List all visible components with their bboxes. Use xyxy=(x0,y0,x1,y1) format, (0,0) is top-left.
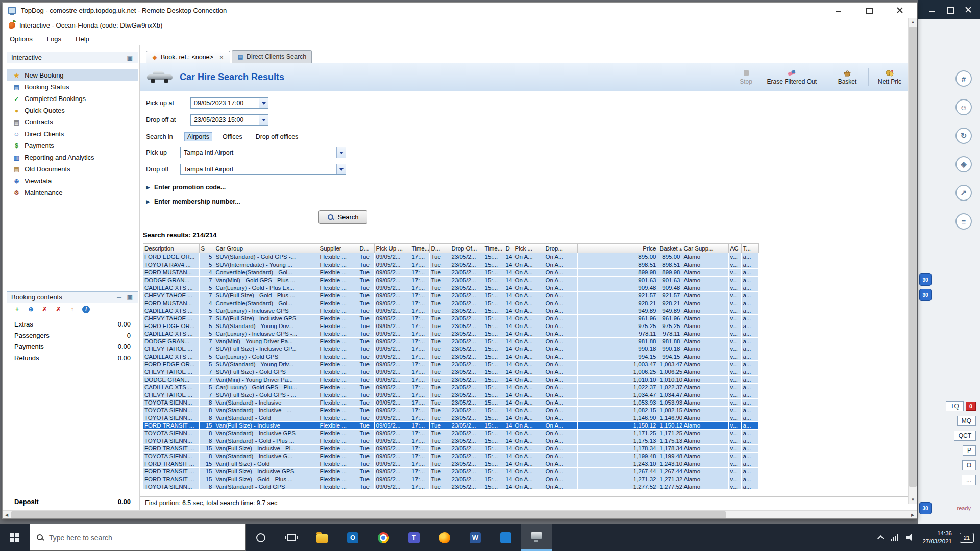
sidebar-item-quick-quotes[interactable]: ●Quick Quotes xyxy=(7,105,138,116)
queue-button-p[interactable]: P xyxy=(963,445,976,456)
result-row[interactable]: DODGE GRAN...7Van(Mini) - Young Driver P… xyxy=(143,337,758,345)
result-row[interactable]: FORD TRANSIT ...15Van(Full Size) - Inclu… xyxy=(143,421,758,429)
cortana-button[interactable] xyxy=(246,524,276,551)
scroll-up-icon[interactable]: ▲ xyxy=(909,18,917,26)
pickup-at-select[interactable]: 09/05/2023 17:00 xyxy=(190,97,268,109)
search-in-offices[interactable]: Offices xyxy=(219,132,246,141)
tag-icon[interactable]: ◈ xyxy=(955,156,972,172)
sidebar-item-reporting-and-analytics[interactable]: ▥Reporting and Analytics xyxy=(7,152,138,163)
sidebar-item-payments[interactable]: $Payments xyxy=(7,140,138,152)
restore-panel-icon[interactable]: ▣ xyxy=(126,293,134,301)
result-row[interactable]: TOYOTA SIENN...8Van(Standard) - Inclusiv… xyxy=(143,406,758,414)
column-header-drop-location[interactable]: Drop... xyxy=(544,244,577,253)
column-header-pick-day[interactable]: D... xyxy=(358,244,374,253)
calendar-badge[interactable]: 30 xyxy=(919,289,932,301)
taskbar-app-chrome[interactable] xyxy=(368,524,399,551)
result-row[interactable]: CADILLAC XTS ...5Car(Luxury) - Inclusive… xyxy=(143,330,758,337)
result-row[interactable]: FORD TRANSIT ...15Van(Full Size) - Inclu… xyxy=(143,467,758,475)
start-button[interactable] xyxy=(0,524,30,551)
result-row[interactable]: TOYOTA SIENN...8Van(Standard) - Inclusiv… xyxy=(143,452,758,460)
vertical-scrollbar[interactable]: ▲ ▼ xyxy=(908,18,917,504)
result-row[interactable]: DODGE GRAN...7Van(Mini) - Gold GPS - Plu… xyxy=(143,276,758,284)
menu-logs[interactable]: Logs xyxy=(47,35,61,43)
result-row[interactable]: FORD TRANSIT ...15Van(Full Size) - GoldF… xyxy=(143,460,758,467)
search-in-dropoff-offices[interactable]: Drop off offices xyxy=(253,132,302,141)
close-tab-icon[interactable]: ✕ xyxy=(218,54,225,60)
scroll-down-icon[interactable]: ▼ xyxy=(909,495,917,504)
result-row[interactable]: FORD EDGE OR...5SUV(Standard) - Young Dr… xyxy=(143,360,758,368)
result-row[interactable]: CADILLAC XTS ...5Car(Luxury) - Gold GPS … xyxy=(143,383,758,391)
result-row[interactable]: TOYOTA SIENN...8Van(Standard) - Inclusiv… xyxy=(143,398,758,406)
taskbar-clock[interactable]: 14:36 27/03/2021 xyxy=(922,530,952,545)
collapse-panel-icon[interactable]: ▣ xyxy=(126,54,134,61)
result-row[interactable]: FORD MUSTAN...4Convertible(Standard) - G… xyxy=(143,299,758,307)
horizontal-scrollbar-thumb[interactable] xyxy=(11,511,726,518)
network-icon[interactable] xyxy=(891,534,898,541)
result-row[interactable]: FORD MUSTAN...4Convertible(Standard) - G… xyxy=(143,268,758,276)
volume-icon[interactable] xyxy=(906,534,915,541)
minimize-icon[interactable] xyxy=(835,7,842,14)
tab-direct-clients-search[interactable]: ▤ Direct Clients Search xyxy=(232,50,312,63)
menu-options[interactable]: Options xyxy=(10,35,33,43)
taskbar-app-outlook[interactable]: O xyxy=(337,524,368,551)
dropoff-at-select[interactable]: 23/05/2023 15:00 xyxy=(190,114,268,126)
column-header-drop-date[interactable]: Drop Of... xyxy=(450,244,483,253)
result-row[interactable]: FORD TRANSIT ...15Van(Full Size) - Gold … xyxy=(143,475,758,483)
result-row[interactable]: TOYOTA SIENN...8Van(Standard) - Gold GPS… xyxy=(143,483,758,489)
column-header-drop-day[interactable]: D... xyxy=(429,244,450,253)
result-row[interactable]: CHEVY TAHOE ...7SUV(Full Size) - Gold - … xyxy=(143,291,758,299)
column-header-car-group[interactable]: Car Group xyxy=(214,244,318,253)
delete-icon[interactable]: ✗ xyxy=(55,306,62,313)
result-row[interactable]: TOYOTA SIENN...8Van(Standard) - Inclusiv… xyxy=(143,429,758,437)
refresh-icon[interactable]: ↻ xyxy=(955,128,972,144)
sidebar-item-contracts[interactable]: ▤Contracts xyxy=(7,116,138,128)
result-row[interactable]: CADILLAC XTS ...5Car(Luxury) - Gold GPSF… xyxy=(143,353,758,360)
queue-button-o[interactable]: O xyxy=(962,460,976,470)
result-row[interactable]: DODGE GRAN...7Van(Mini) - Young Driver P… xyxy=(143,375,758,383)
export-icon[interactable]: ↗ xyxy=(955,185,972,201)
minimize-panel-icon[interactable]: ─ xyxy=(115,293,123,301)
sidebar-item-new-booking[interactable]: ★New Booking xyxy=(7,69,138,81)
close-icon[interactable] xyxy=(896,7,903,14)
erase-filtered-out-button[interactable]: Erase Filtered Out xyxy=(767,69,817,85)
sidebar-item-viewdata[interactable]: ⊕Viewdata xyxy=(7,175,138,187)
search-in-airports[interactable]: Airports xyxy=(184,132,212,141)
maximize-icon[interactable] xyxy=(947,6,952,13)
column-header-pick-location[interactable]: Pick ... xyxy=(513,244,544,253)
calendar-badge[interactable]: 30 xyxy=(919,502,932,514)
scroll-right-icon[interactable]: ▶ xyxy=(909,511,917,519)
column-header-seats[interactable]: S xyxy=(199,244,214,253)
promotion-code-expander[interactable]: ▶ Enter promotion code... xyxy=(145,183,226,191)
tray-expand-icon[interactable] xyxy=(878,535,885,542)
column-header-drop-time[interactable]: Time... xyxy=(483,244,504,253)
result-row[interactable]: CHEVY TAHOE ...7SUV(Full Size) - Gold GP… xyxy=(143,391,758,398)
move-up-icon[interactable]: ↑ xyxy=(68,306,76,313)
result-row[interactable]: FORD EDGE OR...5SUV(Standard) - Young Dr… xyxy=(143,322,758,330)
column-header-ac[interactable]: AC xyxy=(728,244,741,253)
column-header-description[interactable]: Description xyxy=(143,244,199,253)
result-row[interactable]: FORD EDGE OR...5SUV(Standard) - Gold GPS… xyxy=(143,253,758,261)
queue-button-tq[interactable]: TQ xyxy=(946,401,964,411)
dropdown-arrow-icon[interactable] xyxy=(336,164,346,174)
taskbar-app-file-explorer[interactable] xyxy=(307,524,337,551)
result-row[interactable]: CHEVY TAHOE ...7SUV(Full Size) - Inclusi… xyxy=(143,314,758,322)
result-row[interactable]: TOYOTA RAV4 ...5SUV(Intermediate) - Youn… xyxy=(143,261,758,268)
result-row[interactable]: TOYOTA SIENN...8Van(Standard) - GoldFlex… xyxy=(143,414,758,421)
info-icon[interactable]: i xyxy=(82,306,90,313)
result-row[interactable]: CHEVY TAHOE ...7SUV(Full Size) - Gold GP… xyxy=(143,368,758,375)
taskbar-app-firefox[interactable] xyxy=(429,524,460,551)
sidebar-item-maintenance[interactable]: ⚙Maintenance xyxy=(7,187,138,198)
column-header-car-supplier[interactable]: Car Supp... xyxy=(682,244,728,253)
sidebar-item-booking-status[interactable]: ▤Booking Status xyxy=(7,81,138,93)
result-row[interactable]: CADILLAC XTS ...5Car(Luxury) - Gold - Pl… xyxy=(143,284,758,291)
queue-button-[interactable]: ... xyxy=(962,475,976,485)
dropdown-arrow-icon[interactable] xyxy=(259,98,268,108)
result-row[interactable]: CHEVY TAHOE ...7SUV(Full Size) - Inclusi… xyxy=(143,345,758,353)
taskbar-app-remote-desktop[interactable] xyxy=(521,524,552,551)
minimize-icon[interactable] xyxy=(928,6,934,13)
close-icon[interactable] xyxy=(965,6,970,13)
result-row[interactable]: CADILLAC XTS ...5Car(Luxury) - Inclusive… xyxy=(143,307,758,314)
result-row[interactable]: FORD TRANSIT ...15Van(Full Size) - Inclu… xyxy=(143,444,758,452)
column-header-days[interactable]: D xyxy=(504,244,513,253)
column-header-supplier[interactable]: Supplier xyxy=(318,244,358,253)
